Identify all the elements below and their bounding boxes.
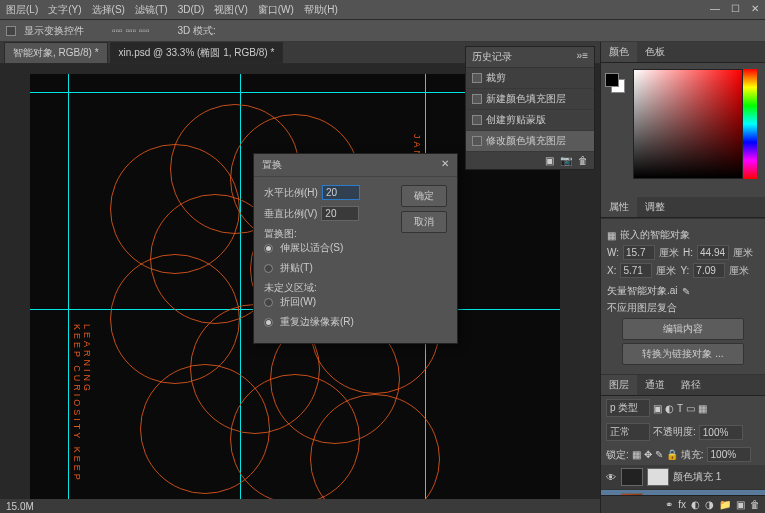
properties-panel: ▦嵌入的智能对象 W:厘米 H:厘米 X:厘米 Y:厘米 矢量智能对象.ai✎ …: [601, 218, 765, 374]
fx-icon[interactable]: fx: [678, 499, 686, 510]
new-layer-icon[interactable]: ▣: [736, 499, 745, 510]
menu-bar: 图层(L) 文字(Y) 选择(S) 滤镜(T) 3D(D) 视图(V) 窗口(W…: [0, 0, 765, 20]
tab-adjust[interactable]: 调整: [637, 197, 673, 217]
menu-filter[interactable]: 滤镜(T): [135, 3, 168, 17]
ok-button[interactable]: 确定: [401, 185, 447, 207]
doc-tab-1[interactable]: 智能对象, RGB/8) *: [4, 42, 108, 63]
layer-row[interactable]: 👁 颜色填充 1: [601, 465, 765, 490]
menu-view[interactable]: 视图(V): [214, 3, 247, 17]
status-size: 15.0M: [6, 501, 34, 512]
lock-all-icon[interactable]: ▦: [632, 449, 641, 460]
history-step-icon: [472, 136, 482, 146]
undefined-label: 未定义区域:: [264, 281, 393, 295]
history-title: 历史记录: [472, 50, 512, 64]
hue-slider[interactable]: [743, 69, 757, 179]
x-input[interactable]: [620, 263, 652, 278]
blend-select[interactable]: 正常: [606, 423, 650, 441]
filter-text-icon[interactable]: T: [677, 403, 683, 414]
mask-icon[interactable]: ◐: [691, 499, 700, 510]
menu-select[interactable]: 选择(S): [92, 3, 125, 17]
tab-paths[interactable]: 路径: [673, 375, 709, 395]
width-input[interactable]: [623, 245, 655, 260]
displace-map-label: 置换图:: [264, 227, 393, 241]
filter-smart-icon[interactable]: ▦: [698, 403, 707, 414]
camera-icon[interactable]: 📷: [560, 155, 572, 166]
dialog-title: 置换: [262, 158, 282, 172]
history-menu-icon[interactable]: »≡: [577, 50, 588, 64]
hscale-label: 水平比例(H): [264, 186, 318, 200]
menu-layer[interactable]: 图层(L): [6, 3, 38, 17]
convert-link-button[interactable]: 转换为链接对象 ...: [622, 343, 744, 365]
cancel-button[interactable]: 取消: [401, 211, 447, 233]
object-type-icon: ▦: [607, 230, 616, 241]
opacity-input[interactable]: 100%: [699, 425, 743, 440]
edit-icon[interactable]: ✎: [682, 286, 690, 297]
lock-icon[interactable]: 🔒: [666, 449, 678, 460]
group-icon[interactable]: 📁: [719, 499, 731, 510]
comp-note: 不应用图层复合: [607, 301, 677, 315]
tab-swatches[interactable]: 色板: [637, 42, 673, 62]
transform-checkbox[interactable]: [6, 26, 16, 36]
mask-thumb: [647, 468, 669, 486]
lock-label: 锁定:: [606, 448, 629, 462]
filter-pixel-icon[interactable]: ▣: [653, 403, 662, 414]
lock-pixel-icon[interactable]: ✎: [655, 449, 663, 460]
history-item[interactable]: 裁剪: [466, 68, 594, 89]
opacity-label: 不透明度:: [653, 425, 696, 439]
foreground-swatch[interactable]: [605, 73, 619, 87]
lock-pos-icon[interactable]: ✥: [644, 449, 652, 460]
eye-icon[interactable]: 👁: [605, 471, 617, 483]
tab-channels[interactable]: 通道: [637, 375, 673, 395]
tile-radio[interactable]: [264, 264, 273, 273]
snapshot-icon[interactable]: ▣: [545, 155, 554, 166]
trash-icon[interactable]: 🗑: [578, 155, 588, 166]
stretch-radio[interactable]: [264, 244, 273, 253]
linked-file: 矢量智能对象.ai: [607, 284, 678, 298]
filter-shape-icon[interactable]: ▭: [686, 403, 695, 414]
height-input[interactable]: [697, 245, 729, 260]
right-panels: 颜色 色板 属性 调整 ▦嵌入的智能对象 W:厘米 H:厘米 X:厘米 Y:厘米…: [600, 42, 765, 513]
menu-window[interactable]: 窗口(W): [258, 3, 294, 17]
fill-label: 填充:: [681, 448, 704, 462]
options-bar: 显示变换控件 ▫▫▫ ▫▫▫ ▫▫▫ 3D 模式:: [0, 20, 765, 42]
filter-select[interactable]: p 类型: [606, 399, 650, 417]
tab-color[interactable]: 颜色: [601, 42, 637, 62]
y-input[interactable]: [693, 263, 725, 278]
menu-3d[interactable]: 3D(D): [178, 4, 205, 15]
vscale-input[interactable]: [321, 206, 359, 221]
layer-name: 颜色填充 1: [673, 470, 721, 484]
history-step-icon: [472, 94, 482, 104]
hscale-input[interactable]: [322, 185, 360, 200]
object-type: 嵌入的智能对象: [620, 228, 690, 242]
history-item[interactable]: 新建颜色填充图层: [466, 89, 594, 110]
history-item[interactable]: 修改颜色填充图层: [466, 131, 594, 152]
displace-dialog: 置换 ✕ 水平比例(H) 垂直比例(V) 置换图: 伸展以适合(S) 拼贴(T)…: [253, 153, 458, 344]
vscale-label: 垂直比例(V): [264, 207, 317, 221]
history-step-icon: [472, 73, 482, 83]
link-icon[interactable]: ⚭: [665, 499, 673, 510]
mode-label: 3D 模式:: [177, 24, 215, 38]
history-panel: 历史记录 »≡ 裁剪 新建颜色填充图层 创建剪贴蒙版 修改颜色填充图层 ▣ 📷 …: [465, 46, 595, 170]
history-item[interactable]: 创建剪贴蒙版: [466, 110, 594, 131]
dialog-close-icon[interactable]: ✕: [441, 158, 449, 172]
filter-adjust-icon[interactable]: ◐: [665, 403, 674, 414]
repeat-radio[interactable]: [264, 318, 273, 327]
adjust-icon[interactable]: ◑: [705, 499, 714, 510]
minimize-button[interactable]: —: [709, 2, 721, 14]
layer-thumb: [621, 468, 643, 486]
doc-tab-2[interactable]: xin.psd @ 33.3% (椭圆 1, RGB/8) *: [110, 42, 284, 63]
fill-input[interactable]: 100%: [707, 447, 751, 462]
delete-icon[interactable]: 🗑: [750, 499, 760, 510]
color-picker: [601, 63, 765, 197]
canvas-text-left: KEEP CURIOSITY KEEP LEARNING: [72, 324, 92, 499]
tab-layers[interactable]: 图层: [601, 375, 637, 395]
tab-properties[interactable]: 属性: [601, 197, 637, 217]
color-field[interactable]: [633, 69, 743, 179]
edit-content-button[interactable]: 编辑内容: [622, 318, 744, 340]
maximize-button[interactable]: ☐: [729, 2, 741, 14]
close-button[interactable]: ✕: [749, 2, 761, 14]
status-bar: 15.0M: [0, 499, 600, 513]
menu-help[interactable]: 帮助(H): [304, 3, 338, 17]
menu-text[interactable]: 文字(Y): [48, 3, 81, 17]
wrap-radio[interactable]: [264, 298, 273, 307]
